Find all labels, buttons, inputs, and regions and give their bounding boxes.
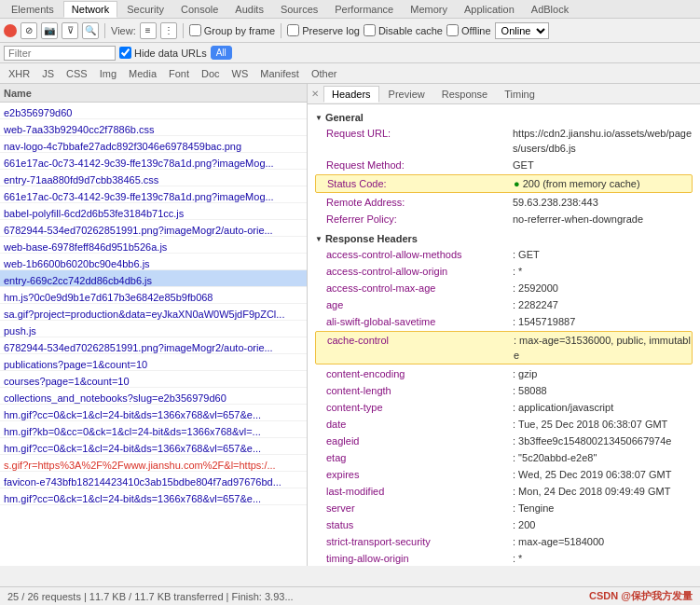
response-header-value: : 58088 [513,383,547,398]
record-button[interactable] [4,24,17,37]
response-header-row: date: Tue, 25 Dec 2018 06:38:07 GMT [315,416,693,433]
separator-2 [183,23,184,38]
filter-input[interactable] [4,46,116,61]
list-item[interactable]: hm.gif?kb=0&cc=0&ck=1&cl=24-bit&ds=1366x… [0,421,307,438]
tab-console[interactable]: Console [173,2,226,17]
response-header-row: cache-control: max-age=31536000, public,… [315,331,693,364]
sub-filter-bar: XHR JS CSS Img Media Font Doc WS Manifes… [0,63,700,84]
list-item[interactable]: hm.gif?cc=0&ck=1&cl=24-bit&ds=1366x768&v… [0,405,307,421]
list-item[interactable]: sa.gif?project=production&data=eyJkaXN0a… [0,304,307,321]
response-header-value: : Tengine [513,501,554,516]
sub-filter-js[interactable]: JS [37,67,59,80]
response-header-name: content-encoding [326,366,513,381]
triangle-icon-2: ▼ [315,235,323,243]
sub-filter-xhr[interactable]: XHR [4,67,34,80]
sub-filter-manifest[interactable]: Manifest [255,67,304,80]
list-item[interactable]: entry-71aa880fd9d7cbb38465.css [0,170,307,186]
search-button[interactable]: 🔍 [82,22,99,39]
name-column-header: Name [4,88,32,99]
offline-checkbox[interactable] [446,24,459,36]
sub-filter-css[interactable]: CSS [62,67,92,80]
group-by-frame-label[interactable]: Group by frame [189,24,275,36]
sub-filter-font[interactable]: Font [164,67,194,80]
disable-cache-label[interactable]: Disable cache [364,24,443,36]
tab-response[interactable]: Response [434,87,496,102]
response-header-row: access-control-max-age: 2592000 [315,280,693,296]
list-item[interactable]: push.js [0,321,307,337]
preserve-log-checkbox[interactable] [287,24,299,36]
tab-security[interactable]: Security [119,2,172,17]
response-header-row: content-encoding: gzip [315,365,693,382]
tab-application[interactable]: Application [457,2,522,17]
sub-filter-media[interactable]: Media [124,67,161,80]
sub-filter-other[interactable]: Other [307,67,342,80]
list-item[interactable]: nav-logo-4c7bbafe27adc892f3046e6978459ba… [0,136,307,153]
filter-all-tag[interactable]: All [211,46,232,60]
list-item-selected[interactable]: entry-669c2cc742dd86cb4db6.js [0,270,307,287]
response-header-value: : "5c20abbd-e2e8" [513,450,597,465]
group-by-frame-checkbox[interactable] [189,24,201,36]
response-header-value: : max-age=5184000 [513,534,604,549]
tab-network[interactable]: Network [63,1,117,18]
view-grid-btn[interactable]: ⋮ [160,22,177,39]
clear-button[interactable]: ⊘ [21,22,37,39]
list-item[interactable]: favicon-e743bfb18214423410c3ab15bdbe804f… [0,472,307,488]
response-header-row: server: Tengine [315,500,693,516]
preserve-log-label[interactable]: Preserve log [287,24,360,36]
tab-adblock[interactable]: AdBlock [524,2,576,17]
list-item[interactable]: 6782944-534ed70262851991.png?imageMogr2/… [0,337,307,354]
response-header-name: strict-transport-security [326,534,513,549]
tab-sources[interactable]: Sources [273,2,325,17]
list-item[interactable]: hm.gif?cc=0&ck=1&cl=24-bit&ds=1366x768&v… [0,438,307,455]
filter-button[interactable]: ⊽ [62,22,78,39]
list-item[interactable]: web-base-6978feff846d951b526a.js [0,237,307,254]
response-header-name: expires [326,467,513,482]
list-item[interactable]: 661e17ac-0c73-4142-9c39-ffe139c78a1d.png… [0,186,307,203]
camera-button[interactable]: 📷 [41,22,58,39]
list-item[interactable]: hm.js?0c0e9d9b1e7d617b3e6842e85b9fb068 [0,287,307,304]
response-header-name: status [326,517,513,532]
tab-memory[interactable]: Memory [403,2,455,17]
tab-preview[interactable]: Preview [381,87,432,102]
response-header-row: content-length: 58088 [315,382,693,399]
response-header-value: : application/javascript [513,400,613,415]
response-header-row: status: 200 [315,516,693,533]
list-item[interactable]: e2b356979d60 [0,103,307,119]
list-item[interactable]: web-7aa33b92940cc2f7886b.css [0,119,307,136]
request-url-row: Request URL: https://cdn2.jianshu.io/ass… [315,125,693,157]
offline-label[interactable]: Offline [446,24,491,36]
tab-headers[interactable]: Headers [323,86,379,103]
sub-filter-ws[interactable]: WS [227,67,254,80]
response-header-row: expires: Wed, 25 Dec 2019 06:38:07 GMT [315,466,693,483]
tab-audits[interactable]: Audits [227,2,271,17]
list-item[interactable]: 661e17ac-0c73-4142-9c39-ffe139c78a1d.png… [0,153,307,170]
panel-close-icon[interactable]: ✕ [311,89,319,99]
list-item[interactable]: s.gif?r=https%3A%2F%2Fwww.jianshu.com%2F… [0,455,307,472]
list-item[interactable]: 6782944-534ed70262851991.png?imageMogr2/… [0,220,307,237]
response-header-row: age: 2282247 [315,296,693,313]
triangle-icon: ▼ [315,114,323,122]
response-header-row: access-control-allow-origin: * [315,263,693,280]
response-header-value: : gzip [513,366,537,381]
tab-timing[interactable]: Timing [497,87,542,102]
list-item[interactable]: courses?page=1&count=10 [0,371,307,388]
response-header-name: age [326,297,513,312]
status-code-name: Status Code: [327,176,514,191]
tab-performance[interactable]: Performance [327,2,401,17]
network-toolbar: ⊘ 📷 ⊽ 🔍 View: ≡ ⋮ Group by frame Preserv… [0,19,700,43]
list-item[interactable]: hm.gif?cc=0&ck=1&cl=24-bit&ds=1366x768&v… [0,488,307,505]
separator-3 [281,23,281,38]
response-header-name: access-control-allow-origin [326,264,513,279]
list-item[interactable]: publications?page=1&count=10 [0,354,307,371]
sub-filter-img[interactable]: Img [95,67,121,80]
view-waterfall-btn[interactable]: ≡ [140,22,157,39]
list-item[interactable]: babel-polyfill-6cd2d6b53fe3184b71cc.js [0,203,307,220]
hide-data-urls-checkbox[interactable] [119,47,131,59]
disable-cache-checkbox[interactable] [364,24,376,36]
hide-data-urls-label[interactable]: Hide data URLs [119,47,207,59]
list-item[interactable]: collections_and_notebooks?slug=e2b356979… [0,388,307,405]
tab-elements[interactable]: Elements [4,2,62,17]
online-select[interactable]: Online [495,22,549,39]
list-item[interactable]: web-1b6600b6020bc90e4bb6.js [0,254,307,270]
sub-filter-doc[interactable]: Doc [197,67,225,80]
